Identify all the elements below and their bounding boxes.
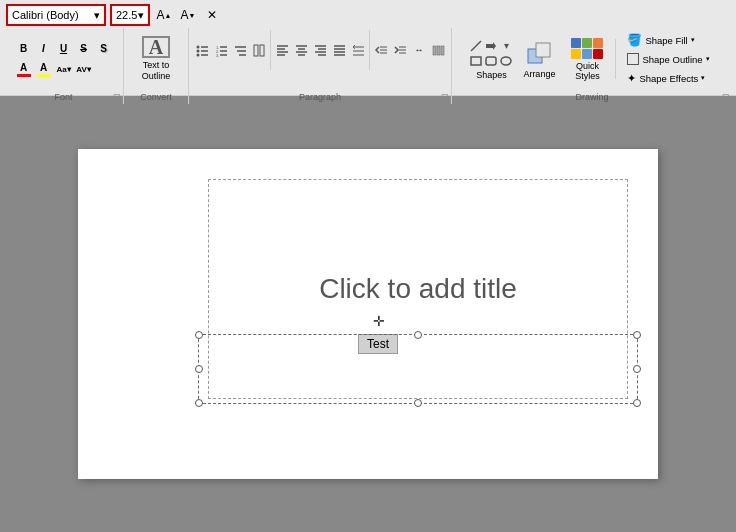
text-to-outline-button[interactable]: A Text to Outline: [128, 30, 184, 88]
title-placeholder-text: Click to add title: [319, 273, 517, 305]
decrease-indent-button[interactable]: [372, 42, 390, 58]
svg-point-4: [196, 53, 199, 56]
svg-rect-48: [486, 57, 496, 65]
handle-top-right[interactable]: [633, 331, 641, 339]
line-spacing-button[interactable]: [349, 42, 367, 58]
quick-styles-label: Quick Styles: [575, 61, 600, 81]
shape-item-rect: [469, 54, 483, 68]
increase-font-button[interactable]: A▲: [154, 5, 174, 25]
highlight-indicator: [37, 74, 51, 77]
font-size-value: 22.5: [116, 9, 137, 21]
align-center-button[interactable]: [292, 42, 310, 58]
font-group-label: Font: [4, 92, 123, 102]
italic-button[interactable]: I: [35, 40, 53, 58]
shadow-button[interactable]: S: [95, 40, 113, 58]
handle-top-left[interactable]: [195, 331, 203, 339]
shape-outline-button[interactable]: Shape Outline ▾: [622, 50, 714, 68]
strikethrough-button[interactable]: S: [75, 40, 93, 58]
drawing-divider: [615, 39, 616, 79]
shape-item-right-arrow: [484, 39, 498, 53]
decrease-font-button[interactable]: A▼: [178, 5, 198, 25]
handle-bottom-right[interactable]: [633, 399, 641, 407]
underline-button[interactable]: U: [55, 40, 73, 58]
shape-outline-label: Shape Outline: [642, 54, 702, 65]
justify-button[interactable]: [330, 42, 348, 58]
font-size-dropdown[interactable]: 22.5 ▾: [110, 4, 150, 26]
highlight-button[interactable]: A: [35, 61, 53, 79]
shapes-label: Shapes: [476, 70, 507, 80]
font-expand-icon[interactable]: ⊡: [113, 92, 121, 102]
shape-fill-arrow[interactable]: ▾: [691, 36, 695, 44]
multilevel-list-button[interactable]: [231, 42, 249, 58]
svg-point-2: [196, 49, 199, 52]
shape-item-more: ▾: [499, 39, 513, 53]
arrange-icon: [525, 39, 553, 67]
font-group: B I U S S A: [4, 28, 124, 104]
char-spacing-button[interactable]: AV▾: [75, 61, 93, 79]
font-color-label: A: [20, 62, 27, 73]
shape-right-buttons: 🪣 Shape Fill ▾ Shape Outline ▾ ✦ Shape E…: [622, 30, 714, 88]
svg-rect-44: [441, 46, 444, 55]
shapes-grid: ▾: [469, 39, 513, 68]
handle-middle-right[interactable]: [633, 365, 641, 373]
svg-line-45: [471, 41, 481, 51]
font-color-indicator: [17, 74, 31, 77]
text-to-outline-icon: A: [142, 36, 170, 58]
bullets-button[interactable]: [193, 42, 211, 58]
paragraph-group-label: Paragraph: [189, 92, 451, 102]
svg-rect-16: [260, 45, 264, 56]
quick-styles-button[interactable]: Quick Styles: [565, 30, 609, 88]
shape-outline-icon: [627, 53, 639, 65]
text-to-outline-label: Text to Outline: [142, 60, 171, 82]
increase-indent-button[interactable]: [391, 42, 409, 58]
quick-styles-icon: [571, 38, 603, 59]
svg-point-0: [196, 45, 199, 48]
shape-effects-button[interactable]: ✦ Shape Effects ▾: [622, 69, 714, 87]
move-cursor: ✛: [373, 313, 385, 329]
font-color-button[interactable]: A: [15, 61, 33, 79]
font-name-arrow: ▾: [94, 9, 100, 22]
svg-rect-47: [471, 57, 481, 65]
shape-item-line: [469, 39, 483, 53]
svg-rect-51: [536, 43, 550, 57]
svg-marker-46: [486, 42, 496, 50]
numbering-button[interactable]: 1.2.3.: [212, 42, 230, 58]
font-name-value: Calibri (Body): [12, 9, 79, 21]
handle-bottom-left[interactable]: [195, 399, 203, 407]
shape-effects-arrow[interactable]: ▾: [701, 74, 705, 82]
shape-fill-icon: 🪣: [627, 33, 642, 47]
highlight-label: A: [40, 62, 47, 73]
shape-outline-arrow[interactable]: ▾: [706, 55, 710, 63]
svg-rect-43: [437, 46, 440, 55]
shape-fill-button[interactable]: 🪣 Shape Fill ▾: [622, 31, 714, 49]
align-left-button[interactable]: [273, 42, 291, 58]
bold-button[interactable]: B: [15, 40, 33, 58]
font-case-button[interactable]: Aa▾: [55, 61, 73, 79]
paragraph-group: 1.2.3.: [189, 28, 452, 104]
columns-button[interactable]: [429, 42, 447, 58]
arrange-button[interactable]: Arrange: [517, 30, 561, 88]
handle-top-middle[interactable]: [414, 331, 422, 339]
clear-format-button[interactable]: ✕: [202, 5, 222, 25]
shape-fill-label: Shape Fill: [645, 35, 687, 46]
shape-item-circle: [499, 54, 513, 68]
text-direction-button[interactable]: ↔: [410, 42, 428, 58]
shape-effects-icon: ✦: [627, 72, 636, 85]
selection-box: [198, 334, 638, 404]
column-btn-top[interactable]: [250, 42, 268, 58]
arrange-label: Arrange: [523, 69, 555, 79]
slide-area: Click to add title ✛ Test: [0, 96, 736, 532]
font-size-arrow: ▾: [138, 9, 144, 22]
paragraph-expand-icon[interactable]: ⊡: [441, 92, 449, 102]
font-name-dropdown[interactable]: Calibri (Body) ▾: [6, 4, 106, 26]
slide[interactable]: Click to add title ✛ Test: [78, 149, 658, 479]
convert-group-label: Convert: [124, 92, 188, 102]
drawing-expand-icon[interactable]: ⊡: [722, 92, 730, 102]
align-right-button[interactable]: [311, 42, 329, 58]
shapes-button[interactable]: ▾ Shapes: [469, 30, 513, 88]
handle-bottom-middle[interactable]: [414, 399, 422, 407]
svg-rect-15: [254, 45, 258, 56]
handle-middle-left[interactable]: [195, 365, 203, 373]
drawing-group-label: Drawing: [452, 92, 732, 102]
svg-point-49: [501, 57, 511, 65]
